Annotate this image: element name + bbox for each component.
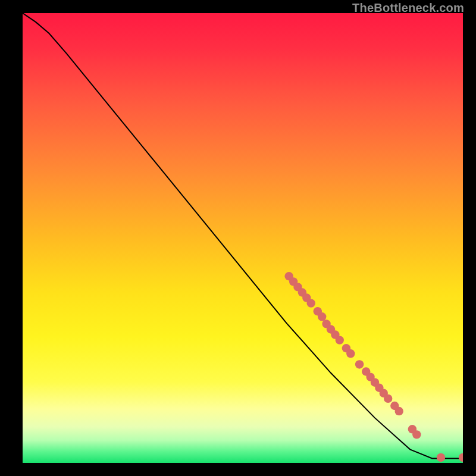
data-point <box>395 407 403 415</box>
plot-area <box>23 13 463 463</box>
data-point <box>412 430 421 439</box>
data-point <box>318 312 326 321</box>
data-point <box>384 394 392 403</box>
watermark-text: TheBottleneck.com <box>352 1 464 15</box>
chart-stage: TheBottleneck.com <box>0 0 476 476</box>
data-point <box>355 360 364 368</box>
data-point <box>336 336 344 344</box>
bottleneck-chart <box>23 13 463 463</box>
data-point <box>437 453 445 462</box>
data-point <box>346 349 355 358</box>
data-point <box>307 299 315 307</box>
